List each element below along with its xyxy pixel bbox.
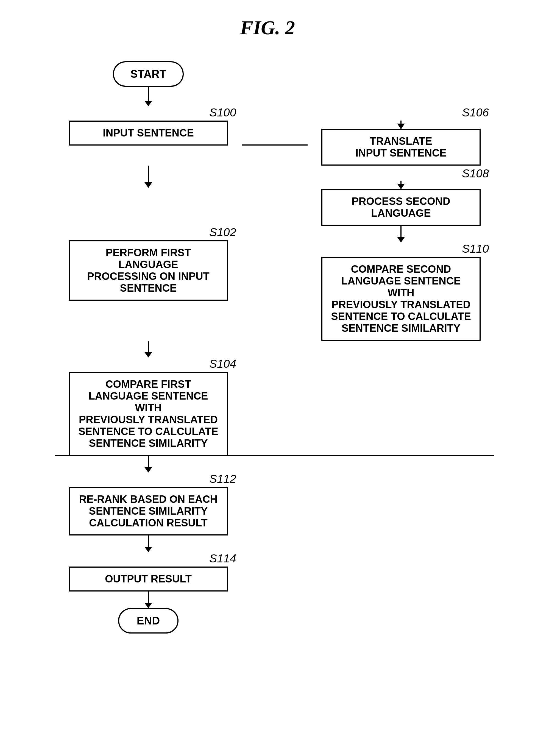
start-node: START bbox=[113, 61, 184, 87]
page-container: FIG. 2 START S100 INPUT SENTENCE bbox=[0, 0, 535, 756]
s106-node: TRANSLATEINPUT SENTENCE bbox=[321, 129, 481, 166]
s104-node: COMPARE FIRSTLANGUAGE SENTENCE WITHPREVI… bbox=[69, 372, 228, 456]
end-node: END bbox=[118, 608, 179, 633]
s100-label: S100 bbox=[209, 106, 236, 119]
s108-node: PROCESS SECOND LANGUAGE bbox=[321, 189, 481, 226]
s102-node: PERFORM FIRST LANGUAGEPROCESSING ON INPU… bbox=[69, 240, 228, 301]
s110-node: COMPARE SECONDLANGUAGE SENTENCE WITHPREV… bbox=[321, 257, 481, 341]
s114-node: OUTPUT RESULT bbox=[69, 567, 228, 592]
s112-label: S112 bbox=[209, 472, 236, 485]
s110-label: S110 bbox=[462, 242, 489, 255]
s102-label: S102 bbox=[209, 226, 236, 238]
s114-label: S114 bbox=[209, 552, 236, 565]
s104-label: S104 bbox=[209, 357, 236, 370]
figure-title: FIG. 2 bbox=[22, 16, 513, 39]
s112-node: RE-RANK BASED ON EACHSENTENCE SIMILARITY… bbox=[69, 487, 228, 536]
s100-node: INPUT SENTENCE bbox=[69, 121, 228, 146]
s108-label: S108 bbox=[462, 167, 489, 180]
s106-label: S106 bbox=[462, 106, 489, 119]
